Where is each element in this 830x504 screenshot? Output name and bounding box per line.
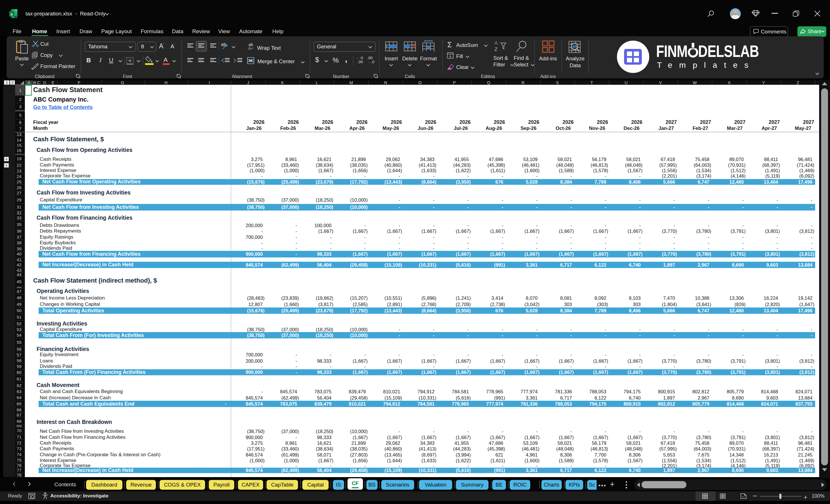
svg-text:x: x	[10, 12, 13, 16]
svg-text:A: A	[494, 40, 498, 46]
svg-text:Z: Z	[494, 46, 498, 52]
